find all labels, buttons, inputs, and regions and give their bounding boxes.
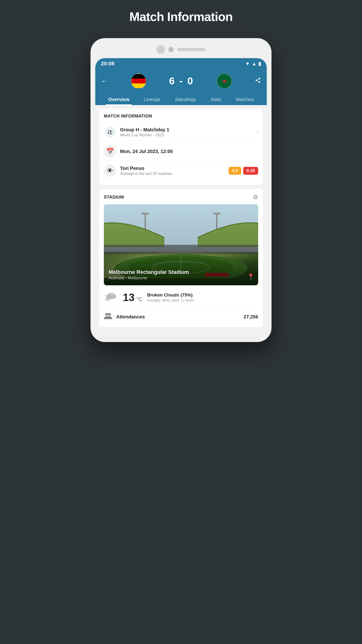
svg-text:⚽: ⚽	[107, 130, 113, 135]
attendances-icon	[104, 312, 112, 320]
content-area: MATCH INFORMATION ⚽ Group H - Matchday 1…	[95, 105, 267, 335]
back-button[interactable]: ←	[101, 77, 108, 85]
stadium-title: STADIUM	[104, 195, 124, 200]
battery-icon: ▮	[258, 61, 261, 66]
match-info-card: MATCH INFORMATION ⚽ Group H - Matchday 1…	[99, 109, 263, 185]
tab-standings[interactable]: Standings	[172, 94, 198, 105]
attendance-row: Attendances 27,256	[104, 308, 258, 322]
svg-rect-18	[105, 300, 110, 300]
stadium-location: Australia - Melbourne	[109, 276, 246, 280]
referee-text: Tori Penso Average in the last 20 matche…	[120, 166, 225, 176]
referee-row: 👁 Tori Penso Average in the last 20 matc…	[104, 161, 258, 180]
weather-icon	[104, 290, 118, 304]
match-score-row: ← 6 - 0	[101, 74, 261, 94]
competition-arrow: ›	[257, 130, 258, 135]
phone-top	[95, 45, 267, 54]
svg-rect-17	[106, 298, 113, 299]
weather-cloud-icon	[104, 290, 118, 302]
team2-flag	[217, 74, 232, 89]
competition-icon: ⚽	[104, 126, 116, 138]
page-title: Match Information	[129, 10, 233, 24]
weather-temperature: 13	[123, 292, 135, 304]
speaker-bar	[177, 48, 206, 51]
share-button[interactable]	[255, 77, 261, 85]
tab-matches[interactable]: Matches	[233, 94, 256, 105]
competition-primary: Group H - Matchday 1	[120, 127, 253, 132]
camera	[156, 45, 165, 54]
referee-badges: 4.2 0.15	[229, 167, 258, 175]
stadium-header: STADIUM ⚙	[104, 194, 258, 201]
svg-point-19	[105, 313, 108, 316]
signal-icon: ▲	[252, 61, 257, 66]
attendance-value: 27,256	[244, 314, 258, 320]
attendance-label: Attendances	[116, 314, 240, 320]
stadium-image: Melbourne Rectangular Stadium Australia …	[104, 204, 258, 285]
match-score: 6 - 0	[169, 75, 194, 87]
tab-overview[interactable]: Overview	[106, 94, 132, 105]
tab-stats[interactable]: Stats	[208, 94, 224, 105]
people-icon	[104, 312, 112, 322]
competition-secondary: World Cup Women - 2023	[120, 133, 253, 137]
speaker-dot	[168, 47, 174, 52]
status-time: 20:08	[101, 60, 114, 67]
tab-lineups[interactable]: Lineups	[141, 94, 163, 105]
svg-point-20	[108, 313, 111, 316]
tabs-row: Overview Lineups Standings Stats Matches	[101, 94, 261, 105]
status-icons: ▼ ▲ ▮	[245, 61, 261, 66]
match-info-title: MATCH INFORMATION	[104, 114, 258, 119]
weather-main-desc: Broken Clouds (75%)	[147, 292, 258, 298]
phone-screen: 20:08 ▼ ▲ ▮ ← 6 - 0	[95, 58, 267, 335]
referee-subtitle: Average in the last 20 matches	[120, 172, 225, 176]
badge-orange: 4.2	[229, 167, 241, 175]
stadium-info: Melbourne Rectangular Stadium Australia …	[109, 269, 246, 280]
competition-text: Group H - Matchday 1 World Cup Women - 2…	[120, 127, 253, 137]
wifi-icon: ▼	[245, 61, 250, 66]
location-pin-icon[interactable]: 📍	[247, 274, 254, 280]
referee-name: Tori Penso	[120, 166, 225, 171]
settings-button[interactable]: ⚙	[253, 194, 258, 201]
competition-svg: ⚽	[105, 127, 115, 137]
weather-row: 13 °C Broken Clouds (75%) humidity: 80%,…	[104, 285, 258, 308]
match-header: ← 6 - 0 Overview	[95, 69, 267, 105]
competition-row[interactable]: ⚽ Group H - Matchday 1 World Cup Women -…	[104, 122, 258, 142]
share-icon	[255, 77, 261, 84]
stadium-name: Melbourne Rectangular Stadium	[109, 269, 246, 275]
phone-shell: 20:08 ▼ ▲ ▮ ← 6 - 0	[90, 38, 272, 342]
badge-red: 0.15	[243, 167, 258, 175]
team1-flag	[131, 74, 146, 89]
referee-icon: 👁	[104, 164, 116, 177]
weather-description: Broken Clouds (75%) humidity: 80%, wind:…	[147, 292, 258, 302]
temperature-display: 13 °C	[123, 292, 142, 304]
status-bar: 20:08 ▼ ▲ ▮	[95, 58, 267, 69]
date-row: 📅 Mon, 24 Jul 2023, 12:00	[104, 142, 258, 161]
stadium-card: STADIUM ⚙	[99, 189, 263, 327]
weather-unit: °C	[136, 296, 142, 302]
date-icon: 📅	[104, 145, 116, 158]
date-value: Mon, 24 Jul 2023, 12:00	[120, 149, 258, 154]
date-text: Mon, 24 Jul 2023, 12:00	[120, 149, 258, 154]
svg-point-16	[111, 295, 116, 299]
weather-details: humidity: 80%, wind: 11 km/h	[147, 298, 258, 302]
